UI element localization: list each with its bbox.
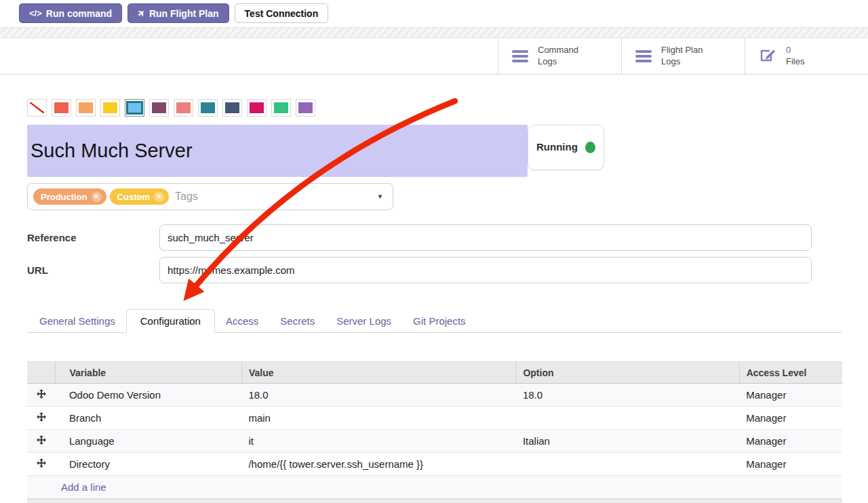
color-swatch-salmon[interactable] xyxy=(174,99,193,117)
form-header: Command Logs Flight Plan Logs 0 Files xyxy=(0,38,868,75)
run-command-label: Run command xyxy=(46,8,112,19)
list-icon xyxy=(512,50,528,62)
table-row[interactable]: Language it Italian Manager xyxy=(27,430,842,453)
drag-handle-icon[interactable] xyxy=(27,453,56,476)
cell-access-level[interactable]: Manager xyxy=(739,453,842,476)
run-flight-plan-button[interactable]: ✈ Run Flight Plan xyxy=(127,3,229,23)
test-connection-button[interactable]: Test Connection xyxy=(235,3,329,23)
top-toolbar: </> Run command ✈ Run Flight Plan Test C… xyxy=(0,0,868,27)
column-header-variable: Variable xyxy=(56,362,242,384)
statusbar-strip xyxy=(0,27,868,38)
tab-secrets[interactable]: Secrets xyxy=(269,310,326,332)
flight-plan-logs-label: Flight Plan Logs xyxy=(661,45,703,68)
test-connection-label: Test Connection xyxy=(245,8,319,19)
cell-option[interactable] xyxy=(516,407,739,430)
code-icon: </> xyxy=(29,8,42,18)
command-logs-button[interactable]: Command Logs xyxy=(498,38,621,74)
column-header-access-level: Access Level xyxy=(739,362,842,384)
edit-icon xyxy=(759,46,776,66)
cell-option[interactable]: Italian xyxy=(516,430,739,453)
color-swatch-fuchsia[interactable] xyxy=(247,99,267,117)
url-label: URL xyxy=(27,264,159,276)
color-swatch-light-blue[interactable] xyxy=(125,99,144,117)
run-flight-plan-label: Run Flight Plan xyxy=(149,8,219,19)
color-swatch-orange[interactable] xyxy=(76,99,96,117)
cell-value[interactable]: it xyxy=(241,430,515,453)
table-row[interactable]: Branch main Manager xyxy=(27,407,842,430)
drag-handle-icon[interactable] xyxy=(27,407,56,430)
configuration-table: Variable Value Option Access Level Odoo … xyxy=(27,361,842,499)
color-swatch-purple[interactable] xyxy=(296,99,315,117)
tab-configuration[interactable]: Configuration xyxy=(126,309,215,333)
remove-tag-icon[interactable]: ✕ xyxy=(92,192,102,202)
column-header-option: Option xyxy=(516,362,739,384)
color-swatch-yellow[interactable] xyxy=(100,99,120,117)
cell-value[interactable]: main xyxy=(241,407,515,430)
drag-column-header xyxy=(27,362,56,384)
table-row[interactable]: Odoo Demo Version 18.0 18.0 Manager xyxy=(27,384,842,407)
cell-variable[interactable]: Odoo Demo Version xyxy=(56,384,242,407)
run-command-button[interactable]: </> Run command xyxy=(19,3,122,23)
notebook-tabs: General Settings Configuration Access Se… xyxy=(27,308,842,333)
status-dot-icon xyxy=(585,142,595,153)
chevron-down-icon[interactable]: ▼ xyxy=(377,193,383,200)
tag-custom: Custom ✕ xyxy=(110,188,169,205)
cell-value[interactable]: /home/{{ tower.server.ssh_username }} xyxy=(241,453,515,476)
cell-option[interactable]: 18.0 xyxy=(516,384,739,407)
record-title[interactable]: Such Much Server xyxy=(27,125,528,177)
files-label: 0 Files xyxy=(786,45,804,68)
color-swatch-dark-purple[interactable] xyxy=(149,99,169,117)
url-field[interactable] xyxy=(159,257,812,283)
tab-access[interactable]: Access xyxy=(215,310,269,332)
add-line-row: Add a line xyxy=(27,476,842,499)
status-label: Running xyxy=(536,140,574,154)
tag-production: Production ✕ xyxy=(33,188,106,205)
cell-variable[interactable]: Directory xyxy=(56,453,242,476)
tab-git-projects[interactable]: Git Projects xyxy=(402,310,477,332)
cell-variable[interactable]: Branch xyxy=(56,407,242,430)
list-icon xyxy=(635,50,652,62)
reference-label: Reference xyxy=(27,232,159,243)
tags-input[interactable]: Production ✕ Custom ✕ Tags ▼ xyxy=(27,183,393,210)
color-palette xyxy=(27,99,842,117)
cell-access-level[interactable]: Manager xyxy=(739,384,842,407)
tags-placeholder: Tags xyxy=(175,190,198,203)
tab-general-settings[interactable]: General Settings xyxy=(28,310,126,332)
table-row[interactable]: Directory /home/{{ tower.server.ssh_user… xyxy=(27,453,842,476)
add-a-line-link[interactable]: Add a line xyxy=(61,481,106,493)
color-swatch-red[interactable] xyxy=(52,99,71,117)
table-footer-strip xyxy=(27,499,842,503)
form-sheet: Such Much Server Running Production ✕ Cu… xyxy=(0,99,868,503)
drag-handle-icon[interactable] xyxy=(27,430,56,453)
color-swatch-green[interactable] xyxy=(271,99,291,117)
drag-handle-icon[interactable] xyxy=(27,384,56,407)
cell-access-level[interactable]: Manager xyxy=(739,430,842,453)
flight-plan-logs-button[interactable]: Flight Plan Logs xyxy=(621,38,745,74)
files-button[interactable]: 0 Files xyxy=(745,38,868,74)
reference-field[interactable] xyxy=(159,224,812,251)
remove-tag-icon[interactable]: ✕ xyxy=(154,192,164,202)
cell-value[interactable]: 18.0 xyxy=(241,384,515,407)
cell-access-level[interactable]: Manager xyxy=(739,407,842,430)
plane-icon: ✈ xyxy=(135,7,147,20)
status-badge: Running xyxy=(528,125,604,170)
color-swatch-teal[interactable] xyxy=(198,99,218,117)
column-header-value: Value xyxy=(241,362,515,384)
command-logs-label: Command Logs xyxy=(538,45,578,68)
color-swatch-dark-blue[interactable] xyxy=(222,99,242,117)
cell-variable[interactable]: Language xyxy=(56,430,242,453)
files-count: 0 xyxy=(786,45,791,55)
tab-server-logs[interactable]: Server Logs xyxy=(326,310,402,332)
table-header-row: Variable Value Option Access Level xyxy=(27,362,842,384)
color-swatch-none[interactable] xyxy=(27,99,47,117)
cell-option[interactable] xyxy=(516,453,739,476)
